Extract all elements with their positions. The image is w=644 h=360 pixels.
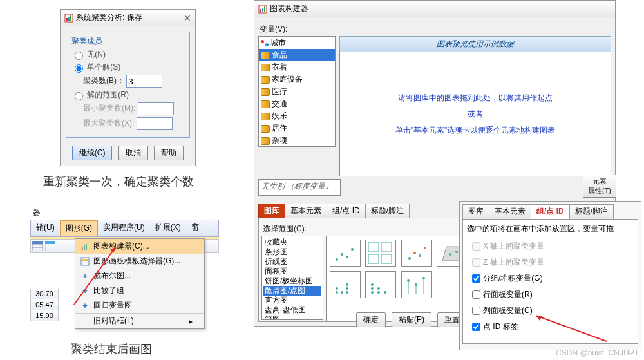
chart-builder-titlebar[interactable]: 图表构建器 [254, 1, 615, 17]
thumb-dot-simple[interactable] [330, 271, 361, 298]
var-entertain[interactable]: 娱乐 [259, 110, 335, 122]
svg-point-22 [341, 253, 343, 256]
tab-basic-elements[interactable]: 基本元素 [285, 204, 327, 218]
cb-z-axis: Z 轴上的聚类变量 [467, 254, 634, 270]
var-food[interactable]: 食品 [259, 49, 335, 61]
element-props-button[interactable]: 元素属性(T) [583, 175, 616, 198]
chart-preview-canvas[interactable]: 请将图库中的图表拖到此处，以将其用作起点 或者 单击"基本元素"选项卡以便逐个元… [339, 52, 611, 176]
svg-point-50 [384, 291, 386, 294]
scale-icon [261, 113, 270, 120]
submenu-chart-builder[interactable]: 图表构建器(C)... [75, 239, 204, 254]
max-clusters-input [137, 117, 173, 130]
nominal-icon [261, 40, 269, 46]
scale-icon [261, 52, 270, 59]
ct-line[interactable]: 折线图 [263, 257, 321, 267]
tab2-gallery[interactable]: 图库 [462, 204, 489, 219]
close-icon[interactable]: ✕ [184, 13, 191, 23]
menu-utilities[interactable]: 实用程序(U) [98, 220, 150, 236]
cb-x-axis: X 轴上的聚类变量 [467, 238, 634, 254]
cluster-count-row: 聚类数(B)： [71, 75, 184, 88]
submenu-regression-var[interactable]: +回归变量图 [75, 298, 204, 313]
var-medical[interactable]: 医疗 [259, 86, 335, 98]
watermark: CSDN @nuist_CNJUPT [556, 348, 639, 357]
grid-icon[interactable] [32, 241, 43, 251]
svg-point-30 [413, 252, 416, 254]
help-button[interactable]: 帮助 [154, 146, 184, 160]
svg-point-41 [341, 291, 343, 294]
svg-point-39 [336, 291, 338, 294]
menu-graph[interactable]: 图形(G) [60, 220, 98, 236]
scale-icon [261, 125, 270, 133]
svg-point-46 [371, 287, 374, 290]
menu-extensions[interactable]: 扩展(X) [150, 220, 186, 236]
ok-button[interactable]: 确定 [356, 312, 386, 327]
ct-favorites[interactable]: 收藏夹 [263, 238, 321, 247]
svg-point-42 [346, 291, 348, 294]
hint-2: 或者 [468, 109, 483, 120]
ct-scatter[interactable]: 散点图/点图 [263, 286, 321, 296]
var-housing[interactable]: 居住 [259, 122, 335, 135]
chart-type-list[interactable]: 收藏夹 条形图 折线图 面积图 饼图/极坐标图 散点图/点图 直方图 盘高-盘低… [261, 236, 323, 320]
cluster-count-label: 聚类数(B)： [83, 76, 124, 85]
cb-stack-var[interactable]: 分组/堆积变量(G) [467, 270, 634, 287]
ct-area[interactable]: 面积图 [263, 267, 321, 276]
cluster-count-input[interactable] [126, 75, 162, 88]
var-transport[interactable]: 交通 [259, 98, 335, 110]
submenu-compare-groups[interactable]: +比较子组 [75, 283, 204, 298]
paste-button[interactable]: 粘贴(P) [392, 312, 431, 327]
svg-point-47 [371, 283, 374, 286]
thumb-dot-stacked[interactable] [365, 271, 396, 298]
radio-range[interactable]: 解的范围(R) [71, 90, 184, 100]
menu-bar: 销(U) 图形(G) 实用程序(U) 扩展(X) 窗 [30, 220, 219, 237]
group-point-id-panel: 图库 基本元素 组/点 ID 标题/脚注 选中的项将在画布中添加放置区，变量可拖… [459, 201, 641, 350]
tab2-groupid[interactable]: 组/点 ID [531, 204, 570, 219]
submenu-template-chooser[interactable]: 图形画板模板选择器(G)... [75, 254, 204, 269]
scale-icon [261, 64, 270, 71]
cancel-button[interactable]: 取消 [118, 146, 148, 160]
thumb-scatter-simple[interactable] [330, 240, 361, 267]
hint-1: 请将图库中的图表拖到此处，以将其用作起点 [398, 93, 553, 104]
svg-point-44 [346, 283, 348, 286]
var-clothes[interactable]: 衣着 [259, 61, 335, 73]
cb-row-panel[interactable]: 行面板变量(R) [467, 287, 634, 303]
var-misc[interactable]: 杂项 [259, 135, 335, 147]
menu-window[interactable]: 窗 [186, 220, 204, 236]
tab-group-point-id[interactable]: 组/点 ID [327, 204, 366, 218]
svg-point-54 [415, 283, 417, 286]
variables-list[interactable]: 城市 食品 衣着 家庭设备 医疗 交通 娱乐 居住 杂项 Average Lin… [258, 36, 336, 147]
thumb-dropline[interactable] [401, 271, 432, 298]
var-city[interactable]: 城市 [259, 37, 335, 49]
thumb-scatter-overlay[interactable] [401, 240, 432, 267]
svg-point-34 [449, 253, 451, 256]
svg-point-52 [407, 279, 410, 282]
submenu-legacy[interactable]: 旧对话框(L)▸ [75, 314, 204, 328]
scale-icon [261, 100, 270, 108]
svg-point-43 [346, 287, 348, 290]
menu-undo[interactable]: 销(U) [31, 220, 60, 236]
radio-none[interactable]: 无(N) [71, 49, 184, 60]
template-icon [79, 257, 91, 266]
tab2-basic[interactable]: 基本元素 [489, 204, 531, 219]
ct-bar[interactable]: 条形图 [263, 247, 321, 257]
cb-col-panel[interactable]: 列面板变量(C) [467, 303, 634, 319]
submenu-weibull[interactable]: +威布尔图... [75, 269, 204, 283]
save-dialog-titlebar[interactable]: 系统聚类分析: 保存 ✕ [61, 10, 195, 26]
app-icon [258, 5, 267, 14]
tab2-titles[interactable]: 标题/脚注 [569, 204, 614, 219]
cb-point-id[interactable]: 点 ID 标签 [467, 319, 634, 335]
data-row-1: 30.79 [30, 289, 59, 299]
svg-rect-14 [82, 259, 88, 261]
radio-single[interactable]: 单个解(S) [71, 62, 184, 73]
tab-gallery[interactable]: 图库 [258, 204, 285, 218]
continue-button[interactable]: 继续(C) [72, 146, 113, 160]
svg-rect-12 [86, 244, 87, 250]
grid-icon-2[interactable] [45, 241, 55, 251]
svg-rect-20 [264, 6, 265, 12]
thumb-scatter-matrix[interactable] [365, 240, 396, 267]
scale-icon [261, 88, 270, 96]
var-household[interactable]: 家庭设备 [259, 73, 335, 86]
data-row-3: 15.90 [30, 310, 59, 321]
ct-pie[interactable]: 饼图/极坐标图 [263, 276, 321, 286]
ct-hist[interactable]: 直方图 [263, 296, 321, 305]
tab-titles[interactable]: 标题/脚注 [365, 204, 410, 218]
